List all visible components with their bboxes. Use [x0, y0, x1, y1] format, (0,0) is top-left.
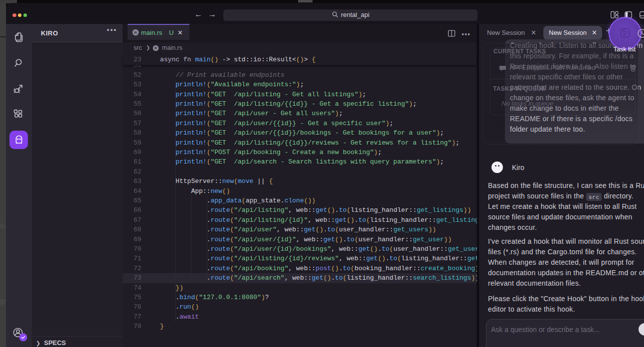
svg-text:R: R	[155, 46, 158, 50]
svg-text:R: R	[134, 30, 137, 35]
